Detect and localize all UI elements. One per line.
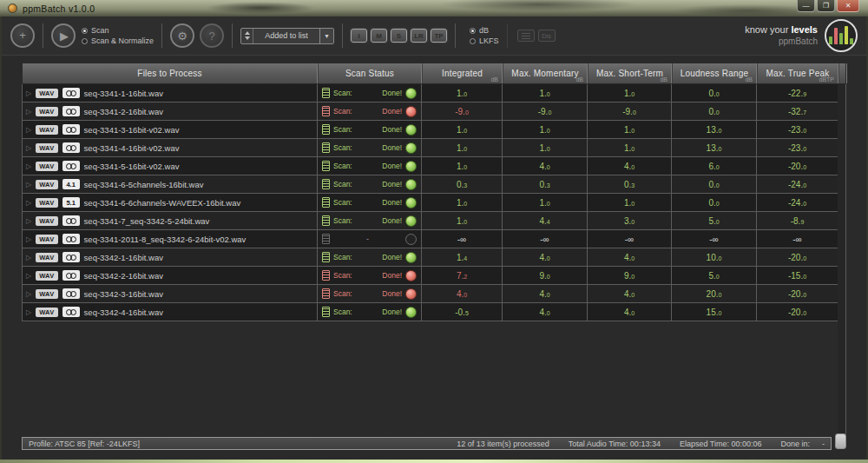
maximize-button[interactable]: ❐ <box>817 0 835 12</box>
help-button[interactable]: ? <box>200 23 224 48</box>
add-files-button[interactable]: + <box>10 23 35 48</box>
chevron-down-icon[interactable]: ▼ <box>319 29 333 43</box>
table-row[interactable]: ▷WAVseq-3341-2-16bit.wavScan:Done!-9.0-9… <box>23 103 846 121</box>
meter-button-tp[interactable]: TP <box>431 29 447 43</box>
max-momentary-value: 9.0 <box>503 267 588 284</box>
table-row[interactable]: ▷WAVseq-3341-1-16bit.wavScan:Done!1.01.0… <box>23 84 846 103</box>
max-momentary-value: 4.4 <box>503 212 588 229</box>
radio-icon[interactable] <box>82 38 88 44</box>
max-true-peak-value: -20.0 <box>757 285 838 302</box>
expand-arrow-icon[interactable]: ▷ <box>26 108 31 116</box>
titlebar[interactable]: ppmBatch v1.0.0 — ❐ ✕ <box>0 0 868 17</box>
file-name: seq-3342-2-16bit.wav <box>84 271 163 281</box>
settings-button[interactable]: ⚙ <box>170 23 194 48</box>
start-scan-button[interactable]: ▶ <box>51 23 76 48</box>
file-name: seq-3341-6-6channels-WAVEEX-16bit.wav <box>84 198 241 208</box>
scan-status-cell: Scan:Done! <box>318 139 422 156</box>
expand-arrow-icon[interactable]: ▷ <box>26 162 31 170</box>
scan-list-icon <box>322 215 330 226</box>
file-name: seq-3341-7_seq-3342-5-24bit.wav <box>84 216 210 226</box>
max-true-peak-value: -15.0 <box>757 267 838 284</box>
scan-status-cell: Scan:Done! <box>318 303 422 321</box>
unit-mode-option-lkfs[interactable]: LKFS <box>470 36 499 45</box>
expand-arrow-icon[interactable]: ▷ <box>26 181 31 189</box>
scan-result: Done! <box>382 198 402 207</box>
meter-button-s[interactable]: S <box>391 29 407 43</box>
file-name: seq-3342-1-16bit.wav <box>84 253 163 262</box>
status-ball-icon <box>405 197 417 208</box>
close-button[interactable]: ✕ <box>837 0 859 12</box>
expand-arrow-icon[interactable]: ▷ <box>26 199 31 207</box>
meter-button-i[interactable]: I <box>351 29 367 43</box>
scan-result: Done! <box>382 89 402 97</box>
scan-status-cell: Scan:Done! <box>318 175 422 193</box>
sort-dropdown[interactable]: Added to list ▼ <box>240 28 334 44</box>
column-header-loudness-range: Loudness RangedB <box>672 63 757 83</box>
scan-label: Scan: <box>333 198 352 207</box>
expand-arrow-icon[interactable]: ▷ <box>26 308 31 316</box>
file-cell: ▷WAV5.1seq-3341-6-6channels-WAVEEX-16bit… <box>23 194 318 211</box>
sort-order-icon[interactable] <box>241 29 253 43</box>
logo-bar <box>850 38 853 44</box>
format-badge: WAV <box>36 180 57 189</box>
table-row[interactable]: ▷WAVseq-3342-1-16bit.wavScan:Done!1.44.0… <box>23 248 846 267</box>
file-name: seq-3341-4-16bit-v02.wav <box>84 143 180 153</box>
scan-label: Scan: <box>333 253 352 261</box>
integrated-value: 0.3 <box>422 175 503 193</box>
resize-grip[interactable] <box>835 433 846 449</box>
minimize-button[interactable]: — <box>797 0 815 12</box>
scan-label: Scan: <box>333 162 352 170</box>
table-row[interactable]: ▷WAVseq-3342-3-16bit.wavScan:Done!4.04.0… <box>23 285 846 303</box>
gear-icon: ⚙ <box>177 30 187 42</box>
radio-icon[interactable] <box>470 28 476 34</box>
max-short-term-value: -∞ <box>588 230 672 248</box>
expand-arrow-icon[interactable]: ▷ <box>26 272 31 280</box>
expand-arrow-icon[interactable]: ▷ <box>26 290 31 298</box>
column-header-max-short-term: Max. Short-TermdB <box>588 63 672 83</box>
expand-arrow-icon[interactable]: ▷ <box>26 235 31 243</box>
max-momentary-value: 1.0 <box>503 139 588 156</box>
max-momentary-value: 4.0 <box>503 157 588 175</box>
meter-button-m[interactable]: M <box>371 29 387 43</box>
integrated-value: 1.4 <box>422 248 503 266</box>
vertical-scrollbar[interactable] <box>838 84 846 434</box>
table-header: Files to ProcessScan StatusIntegrateddBM… <box>22 63 846 84</box>
status-ball-icon <box>405 252 417 263</box>
radio-icon[interactable] <box>82 28 88 34</box>
expand-arrow-icon[interactable]: ▷ <box>26 126 31 134</box>
loudness-range-value: 5.0 <box>672 212 757 229</box>
table-row[interactable]: ▷WAVseq-3342-2-16bit.wavScan:Done!7.29.0… <box>23 267 846 285</box>
table-row[interactable]: ▷WAVseq-3341-7_seq-3342-5-24bit.wavScan:… <box>23 212 846 230</box>
table-row[interactable]: ▷WAVseq-3341-5-16bit-v02.wavScan:Done!1.… <box>23 157 846 175</box>
column-header-label: Integrated <box>442 69 483 78</box>
scan-mode-option-scan-normalize[interactable]: Scan & Normalize <box>82 36 154 45</box>
table-row[interactable]: ▷WAVseq-3341-4-16bit-v02.wavScan:Done!1.… <box>23 139 846 157</box>
table-row[interactable]: ▷WAV5.1seq-3341-6-6channels-WAVEEX-16bit… <box>23 194 846 212</box>
meter-button-lr[interactable]: LR <box>411 29 427 43</box>
scan-result: Done! <box>382 143 402 152</box>
scan-label: Scan: <box>333 143 352 152</box>
integrated-value: 4.0 <box>422 285 503 302</box>
file-cell: ▷WAVseq-3342-2-16bit.wav <box>23 267 318 284</box>
file-name: seq-3342-4-16bit.wav <box>84 308 163 317</box>
scan-mode-option-scan[interactable]: Scan <box>82 26 154 35</box>
stereo-channels-icon <box>62 124 80 135</box>
file-cell: ▷WAV4.1seq-3341-6-5channels-16bit.wav <box>23 175 318 193</box>
radio-icon[interactable] <box>470 38 476 44</box>
table-row[interactable]: ▷WAVseq-3342-4-16bit.wavScan:Done!-0.54.… <box>23 303 846 321</box>
unit-mode-option-db[interactable]: dB <box>470 26 499 35</box>
integrated-value: 1.0 <box>422 139 503 156</box>
table-row[interactable]: ▷WAV4.1seq-3341-6-5channels-16bit.wavSca… <box>23 175 846 194</box>
format-badge: WAV <box>36 216 57 226</box>
expand-arrow-icon[interactable]: ▷ <box>26 89 31 97</box>
column-header-scan-status: Scan Status <box>318 63 422 83</box>
expand-arrow-icon[interactable]: ▷ <box>26 254 31 261</box>
table-row[interactable]: ▷WAVseq-3341-2011-8_seq-3342-6-24bit-v02… <box>23 230 846 248</box>
table-row[interactable]: ▷WAVseq-3341-3-16bit-v02.wavScan:Done!1.… <box>23 121 846 139</box>
status-bar: Profile: ATSC 85 [Ref: -24LKFS] 12 of 13… <box>22 437 832 450</box>
table-body: ▷WAVseq-3341-1-16bit.wavScan:Done!1.01.0… <box>22 84 846 321</box>
scan-result: Done! <box>382 180 402 189</box>
help-icon: ? <box>208 30 214 42</box>
expand-arrow-icon[interactable]: ▷ <box>26 144 31 152</box>
expand-arrow-icon[interactable]: ▷ <box>26 217 31 225</box>
